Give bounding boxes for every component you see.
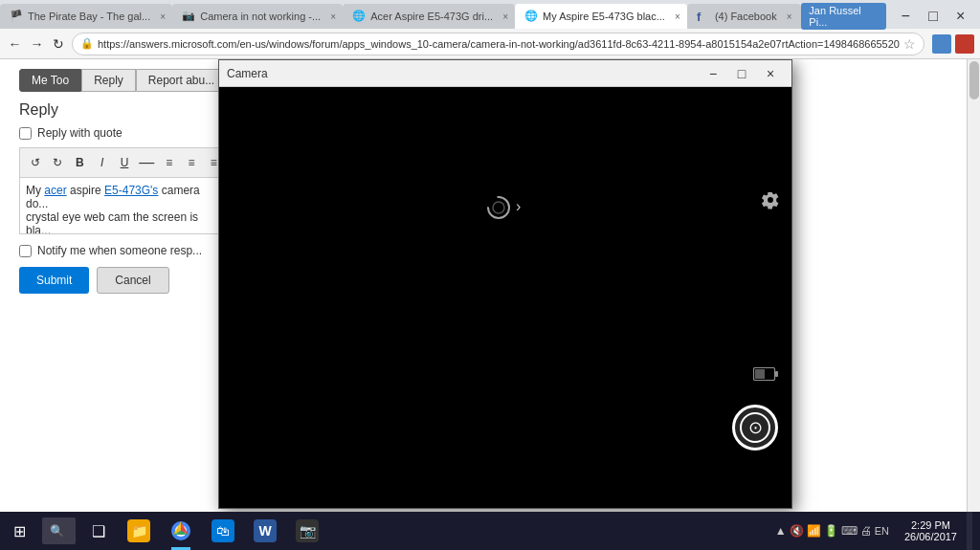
svg-point-0 bbox=[488, 197, 509, 218]
tab-acer-drivers[interactable]: 🌐 Acer Aspire E5-473G dri... × bbox=[343, 4, 515, 29]
reply-with-quote-checkbox[interactable] bbox=[19, 127, 32, 140]
camera-window-title: Camera bbox=[227, 67, 700, 80]
right-scrollbar[interactable] bbox=[967, 59, 980, 512]
tab-piratebay-icon: 🏴 bbox=[10, 10, 23, 23]
camera-battery-icon bbox=[753, 367, 778, 384]
tray-network-icon: 📶 bbox=[807, 524, 821, 538]
camera-viewport: › ⊙ bbox=[219, 87, 791, 508]
camera-shutter-button[interactable]: ⊙ bbox=[732, 405, 778, 451]
taskbar: ⊞ 🔍 ❑ 📁 bbox=[0, 512, 980, 550]
tab-aspire-label: My Aspire E5-473G blac... bbox=[543, 11, 665, 22]
tab-piratebay-close[interactable]: × bbox=[156, 10, 169, 23]
tab-camera-label: Camera in not working -... bbox=[200, 11, 321, 22]
extension-icon-1[interactable] bbox=[932, 34, 951, 54]
underline-button[interactable]: U bbox=[115, 152, 133, 173]
tab-facebook[interactable]: f (4) Facebook × bbox=[687, 4, 801, 29]
tab-aspire-icon: 🌐 bbox=[524, 10, 538, 23]
address-text: https://answers.microsoft.com/en-us/wind… bbox=[98, 38, 900, 50]
extension-icons bbox=[928, 34, 974, 54]
svg-rect-4 bbox=[775, 371, 778, 377]
camera-minimize-btn[interactable]: − bbox=[700, 62, 726, 85]
notify-label: Notify me when someone resp... bbox=[37, 244, 202, 257]
align-left-button[interactable]: ≡ bbox=[160, 152, 178, 173]
start-button[interactable]: ⊞ bbox=[0, 512, 38, 550]
tab-piratebay[interactable]: 🏴 The Pirate Bay - The gal... × bbox=[0, 4, 172, 29]
camera-maximize-btn[interactable]: □ bbox=[728, 62, 755, 85]
reload-button[interactable]: ↻ bbox=[50, 33, 68, 55]
editor-area[interactable]: My acer aspire E5-473G's camera do... cr… bbox=[19, 177, 230, 234]
search-icon: 🔍 bbox=[50, 524, 64, 538]
tray-battery-icon: 🔋 bbox=[824, 524, 838, 538]
chrome-icon bbox=[169, 519, 192, 542]
camera-lens-icon: ⊙ bbox=[748, 417, 763, 438]
browser-minimize-btn[interactable]: − bbox=[894, 4, 918, 29]
tab-acer-icon: 🌐 bbox=[352, 10, 366, 23]
file-explorer-app[interactable]: 📁 bbox=[118, 512, 160, 550]
camera-window-controls: − □ × bbox=[700, 62, 784, 85]
extension-icon-2[interactable] bbox=[955, 34, 974, 54]
camera-spinner-icon bbox=[485, 194, 512, 221]
taskbar-right: ▲ 🔇 📶 🔋 ⌨ 🖨 EN 2:29 PM 26/06/2017 bbox=[769, 512, 980, 550]
camera-chevron-icon: › bbox=[516, 198, 521, 215]
align-center-button[interactable]: ≡ bbox=[182, 152, 200, 173]
browser-controls: Jan Russel Pi... − □ × bbox=[801, 2, 980, 31]
reply-with-quote-label: Reply with quote bbox=[37, 126, 122, 140]
system-tray[interactable]: ▲ 🔇 📶 🔋 ⌨ 🖨 EN bbox=[769, 524, 895, 538]
user-label[interactable]: Jan Russel Pi... bbox=[801, 3, 886, 30]
svg-rect-3 bbox=[755, 369, 765, 379]
word-app[interactable]: W bbox=[244, 512, 286, 550]
reply-button[interactable]: Reply bbox=[81, 69, 136, 92]
notify-checkbox[interactable] bbox=[19, 245, 32, 257]
camera-settings-icon[interactable] bbox=[761, 190, 780, 214]
word-icon: W bbox=[254, 519, 277, 542]
browser-close-btn[interactable]: × bbox=[948, 4, 972, 29]
tab-facebook-label: (4) Facebook bbox=[715, 11, 777, 22]
time-area[interactable]: 2:29 PM 26/06/2017 bbox=[899, 519, 963, 542]
tab-aspire-black[interactable]: 🌐 My Aspire E5-473G blac... × bbox=[515, 4, 687, 29]
submit-button[interactable]: Submit bbox=[19, 267, 89, 294]
redo-button[interactable]: ↻ bbox=[48, 152, 66, 173]
tab-facebook-close[interactable]: × bbox=[783, 10, 796, 23]
page-content: Me Too Reply Report abu... Reply Reply w… bbox=[0, 59, 980, 512]
cortana-search[interactable]: 🔍 bbox=[42, 517, 76, 544]
store-icon: 🛍 bbox=[212, 519, 234, 542]
bold-button[interactable]: B bbox=[71, 152, 89, 173]
forward-button[interactable]: → bbox=[28, 33, 46, 55]
camera-taskbar-icon: 📷 bbox=[296, 519, 319, 542]
lock-icon: 🔒 bbox=[80, 37, 94, 50]
italic-button[interactable]: I bbox=[93, 152, 111, 173]
back-button[interactable]: ← bbox=[6, 33, 24, 55]
time-display: 2:29 PM bbox=[911, 519, 950, 531]
address-box[interactable]: 🔒 https://answers.microsoft.com/en-us/wi… bbox=[72, 33, 924, 55]
report-abuse-button[interactable]: Report abu... bbox=[136, 69, 227, 92]
windows-icon: ⊞ bbox=[13, 522, 26, 540]
browser-maximize-btn[interactable]: □ bbox=[922, 4, 946, 29]
chrome-app[interactable] bbox=[160, 512, 202, 550]
tray-lang-icon: EN bbox=[875, 525, 889, 537]
tab-bar: 🏴 The Pirate Bay - The gal... × 📷 Camera… bbox=[0, 0, 980, 29]
camera-window: Camera − □ × › bbox=[218, 59, 792, 509]
me-too-button[interactable]: Me Too bbox=[19, 69, 81, 92]
scrollbar-thumb[interactable] bbox=[969, 61, 979, 99]
tray-expand-icon: ▲ bbox=[775, 524, 787, 538]
task-view-button[interactable]: ❑ bbox=[79, 512, 118, 550]
cancel-button[interactable]: Cancel bbox=[97, 267, 168, 294]
undo-button[interactable]: ↺ bbox=[26, 152, 44, 173]
browser-frame: 🏴 The Pirate Bay - The gal... × 📷 Camera… bbox=[0, 0, 980, 550]
date-display: 26/06/2017 bbox=[904, 531, 957, 542]
tab-camera-close[interactable]: × bbox=[326, 10, 340, 23]
tab-facebook-icon: f bbox=[697, 10, 710, 23]
show-desktop-button[interactable] bbox=[967, 512, 972, 550]
bookmark-star-icon[interactable]: ☆ bbox=[903, 36, 916, 52]
tray-keyboard-icon: ⌨ bbox=[841, 524, 858, 538]
camera-close-btn[interactable]: × bbox=[757, 62, 784, 85]
tray-print-icon: 🖨 bbox=[860, 524, 872, 538]
strikethrough-button[interactable]: — bbox=[138, 152, 156, 173]
store-app[interactable]: 🛍 bbox=[202, 512, 244, 550]
tab-acer-close[interactable]: × bbox=[499, 10, 512, 23]
camera-taskbar-app[interactable]: 📷 bbox=[286, 512, 328, 550]
address-bar-row: ← → ↻ 🔒 https://answers.microsoft.com/en… bbox=[0, 29, 980, 59]
tab-aspire-close[interactable]: × bbox=[671, 10, 684, 23]
tab-camera-working[interactable]: 📷 Camera in not working -... × bbox=[172, 4, 343, 29]
task-view-icon: ❑ bbox=[92, 522, 105, 540]
